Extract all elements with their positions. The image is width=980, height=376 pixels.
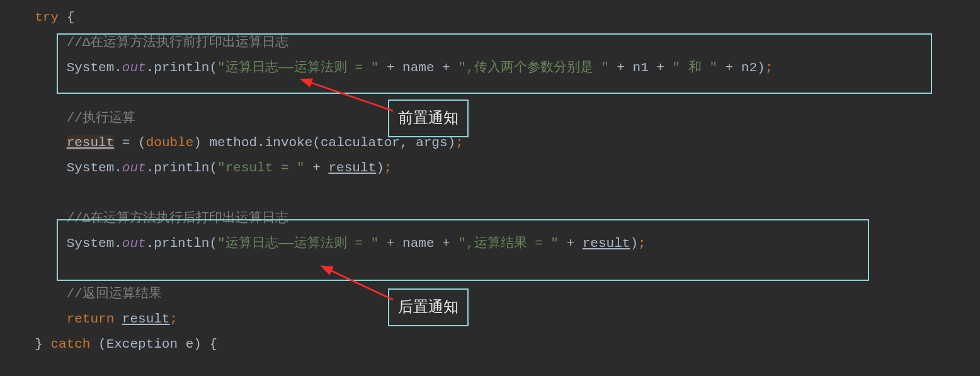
code-line: //Δ在运算方法执行后打印出运算日志 xyxy=(0,206,980,231)
code-line: //执行运算 xyxy=(0,106,980,131)
annotation-label-after: 后置通知 xyxy=(388,288,469,326)
blank-line xyxy=(0,256,980,282)
code-line: System.out.println("运算日志——运算法则 = " + nam… xyxy=(0,55,980,81)
comment: //返回运算结果 xyxy=(67,287,162,301)
code-line: //Δ在运算方法执行前打印出运算日志 xyxy=(0,30,980,55)
blank-line xyxy=(0,181,980,206)
call-println: .println( xyxy=(146,236,217,251)
keyword-catch: catch xyxy=(50,337,90,351)
brace: } xyxy=(35,337,50,351)
code-line: System.out.println("result = " + result)… xyxy=(0,156,980,181)
string-literal: "result = " xyxy=(217,161,305,175)
call-println: .println( xyxy=(146,60,217,75)
semicolon: ; xyxy=(169,312,178,326)
op-eq: = ( xyxy=(114,135,145,150)
ident-system: System. xyxy=(67,60,122,75)
keyword-double: double xyxy=(146,135,194,150)
op-plus: + n1 + xyxy=(609,60,673,75)
call-println: .println( xyxy=(146,161,217,175)
var-result: result xyxy=(583,236,630,251)
code-line: } catch (Exception e) { xyxy=(0,332,980,357)
call-invoke: ) method.invoke(calculator xyxy=(193,135,400,150)
code-line: System.out.println("运算日志——运算法则 = " + nam… xyxy=(0,231,980,256)
semicolon: ; xyxy=(455,135,464,150)
ident-system: System. xyxy=(67,236,122,251)
op-plus: + xyxy=(305,161,329,175)
comment: //Δ在运算方法执行前打印出运算日志 xyxy=(67,35,289,50)
var-result: result xyxy=(122,312,170,326)
code-editor[interactable]: try { //Δ在运算方法执行前打印出运算日志 System.out.prin… xyxy=(0,0,980,356)
var-result: result xyxy=(67,135,115,150)
code-line: try { xyxy=(0,5,980,30)
semicolon: ; xyxy=(638,236,646,251)
code-line: //返回运算结果 xyxy=(0,282,980,307)
op-plus: + name + xyxy=(379,60,458,75)
string-literal: ",运算结果 = " xyxy=(458,236,559,251)
code-line: result = (double) method.invoke(calculat… xyxy=(0,130,980,156)
semicolon: ; xyxy=(384,161,392,175)
op-plus: + n2) xyxy=(717,60,765,75)
paren-close: ) xyxy=(376,161,384,175)
string-literal: " 和 " xyxy=(673,60,717,75)
brace: { xyxy=(59,10,74,25)
field-out: out xyxy=(122,236,146,251)
args: , args) xyxy=(400,135,455,150)
code-line: return result; xyxy=(0,307,980,332)
op-plus: + xyxy=(559,236,583,251)
var-result: result xyxy=(329,161,377,175)
annotation-label-before: 前置通知 xyxy=(388,100,469,137)
comment: //Δ在运算方法执行后打印出运算日志 xyxy=(67,211,289,225)
semicolon: ; xyxy=(765,60,773,75)
paren-close: ) xyxy=(630,236,638,251)
keyword-return: return xyxy=(67,312,122,326)
comment: //执行运算 xyxy=(67,111,135,125)
string-literal: "运算日志——运算法则 = " xyxy=(217,60,379,75)
catch-paren: (Exception e) { xyxy=(90,337,217,351)
keyword-try: try xyxy=(35,10,59,25)
op-plus: + name + xyxy=(379,236,458,251)
field-out: out xyxy=(122,161,146,175)
blank-line xyxy=(0,81,980,106)
string-literal: "运算日志——运算法则 = " xyxy=(217,236,379,251)
ident-system: System. xyxy=(67,161,122,175)
field-out: out xyxy=(122,60,146,75)
string-literal: ",传入两个参数分别是 " xyxy=(458,60,608,75)
